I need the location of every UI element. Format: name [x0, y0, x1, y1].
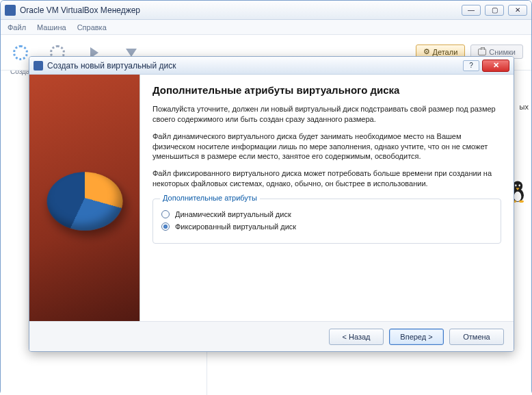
app-icon	[5, 5, 16, 16]
dialog-help-button[interactable]: ?	[463, 60, 479, 71]
fieldset-legend: Дополнительные атрибуты	[160, 194, 260, 202]
maximize-button[interactable]: ▢	[485, 5, 504, 16]
back-button[interactable]: < Назад	[329, 329, 384, 345]
next-button[interactable]: Вперед >	[389, 329, 444, 345]
sun-icon	[13, 45, 28, 60]
camera-icon	[478, 49, 486, 55]
details-icon: ⚙	[423, 47, 430, 56]
cancel-button[interactable]: Отмена	[449, 329, 504, 345]
dialog-titlebar: Создать новый виртуальный диск ? ✕	[29, 57, 514, 75]
attributes-fieldset: Дополнительные атрибуты Динамический вир…	[152, 199, 501, 244]
dialog-body: Дополнительные атрибуты виртуального дис…	[29, 75, 514, 321]
dialog-title: Создать новый виртуальный диск	[47, 61, 463, 71]
clipped-text: ых	[520, 103, 529, 111]
dialog-content: Дополнительные атрибуты виртуального дис…	[140, 75, 514, 321]
radio-icon	[161, 210, 170, 218]
dialog-para-1: Пожалуйста уточните, должен ли новый вир…	[152, 104, 501, 125]
svg-point-6	[519, 200, 524, 203]
svg-point-3	[515, 184, 517, 186]
radio-icon	[161, 222, 170, 231]
pie-chart-icon	[42, 172, 127, 230]
dialog-para-2: Файл динамического виртуального диска бу…	[152, 131, 501, 162]
dialog-close-button[interactable]: ✕	[482, 60, 509, 72]
create-disk-dialog: Создать новый виртуальный диск ? ✕ Допол…	[29, 56, 514, 352]
menu-file[interactable]: Файл	[8, 23, 26, 31]
tab-snapshots-label: Снимки	[489, 48, 516, 56]
minimize-button[interactable]: —	[462, 5, 481, 16]
toolbar-new[interactable]	[10, 44, 31, 62]
menu-help[interactable]: Справка	[77, 23, 107, 31]
radio-dynamic[interactable]: Динамический виртуальный диск	[161, 210, 492, 218]
close-button[interactable]: ✕	[508, 5, 527, 16]
radio-dynamic-label: Динамический виртуальный диск	[175, 210, 291, 218]
app-title: Oracle VM VirtualBox Менеджер	[20, 5, 462, 15]
dialog-para-3: Файл фиксированного виртуального диска м…	[152, 168, 501, 189]
main-titlebar: Oracle VM VirtualBox Менеджер — ▢ ✕	[1, 1, 531, 20]
svg-point-4	[518, 184, 520, 186]
menu-machine[interactable]: Машина	[37, 23, 66, 31]
dialog-sidebar-image	[29, 75, 140, 321]
dialog-heading: Дополнительные атрибуты виртуального дис…	[152, 84, 501, 96]
radio-fixed-label: Фиксированный виртуальный диск	[175, 222, 296, 231]
window-controls: — ▢ ✕	[462, 5, 527, 16]
dialog-footer: < Назад Вперед > Отмена	[29, 321, 514, 351]
dialog-icon	[34, 61, 43, 71]
menu-bar: Файл Машина Справка	[1, 20, 531, 35]
tab-details-label: Детали	[433, 48, 458, 56]
svg-point-1	[514, 192, 522, 201]
arrow-down-icon	[126, 49, 137, 57]
radio-fixed[interactable]: Фиксированный виртуальный диск	[161, 222, 492, 231]
